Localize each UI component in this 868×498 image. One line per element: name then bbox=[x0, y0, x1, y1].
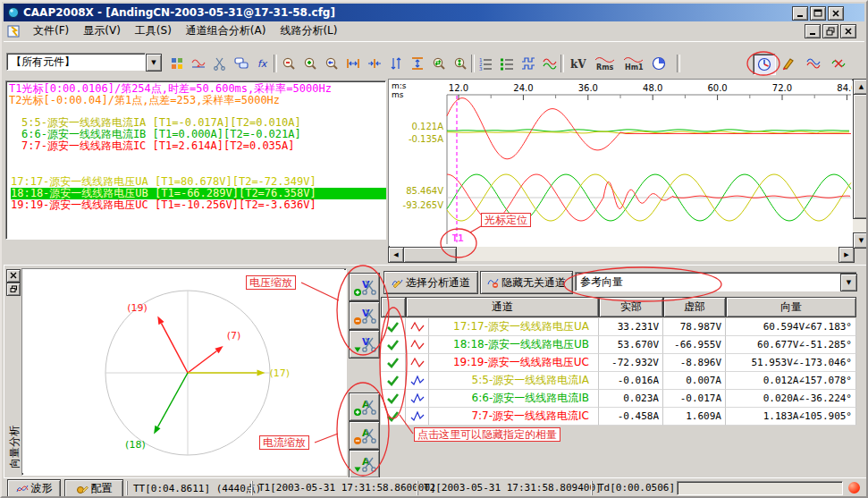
table-header-3[interactable]: 虚部 bbox=[663, 297, 726, 317]
menu-channel-analysis[interactable]: 通道组合分析(A) bbox=[180, 21, 273, 40]
harmonic-icon[interactable]: Hm1 bbox=[620, 54, 647, 73]
v-scroll-thumb[interactable] bbox=[853, 94, 868, 219]
voltage-zoom-in-button[interactable]: V bbox=[349, 273, 380, 301]
v-arrange-icon[interactable] bbox=[408, 54, 427, 73]
status-progress-panel bbox=[677, 481, 843, 495]
select-analysis-channels-button[interactable]: 选择分析通道 bbox=[383, 271, 478, 294]
table-imag-value: 0.007A bbox=[663, 372, 726, 390]
table-channel-name[interactable]: 17:17-源安一线线路电压UA bbox=[429, 318, 599, 336]
channel-visible-check-icon[interactable] bbox=[381, 354, 406, 372]
tab-config[interactable]: 配置 bbox=[64, 479, 123, 498]
maximize-button[interactable] bbox=[810, 6, 826, 21]
table-header-0[interactable] bbox=[381, 297, 406, 317]
h-expand-icon[interactable] bbox=[343, 54, 363, 73]
zoom-all-icon[interactable] bbox=[451, 54, 470, 73]
table-header-4[interactable]: 向量 bbox=[726, 297, 856, 317]
table-real-value: -72.932V bbox=[599, 354, 663, 372]
close-button[interactable] bbox=[828, 6, 844, 21]
component-view-icon[interactable] bbox=[167, 54, 187, 73]
pie-clock-icon[interactable] bbox=[649, 54, 669, 73]
table-real-value: -0.458A bbox=[599, 408, 663, 426]
table-real-value: 53.670V bbox=[599, 336, 663, 354]
zoom-out-icon[interactable] bbox=[279, 54, 299, 73]
channel-visible-check-icon[interactable] bbox=[381, 390, 406, 408]
waveform-panel[interactable]: 12.024.036.048.060.072.084.0m:sms0.121A-… bbox=[388, 79, 855, 249]
phasor-pen-icon[interactable] bbox=[778, 54, 799, 73]
kv-unit-icon[interactable]: kV bbox=[567, 54, 590, 73]
channel-visible-check-icon[interactable] bbox=[381, 408, 406, 426]
app-window: { "window": { "title": "CAAP2008X - [And… bbox=[0, 0, 868, 498]
dock-tab-vector-analysis[interactable]: 向量分析 bbox=[4, 368, 21, 471]
channel-info-panel[interactable]: T1光标[0:00.0106]/第254点,时差=50.600ms,采样率=50… bbox=[5, 80, 386, 240]
current-zoom-out-button[interactable]: A bbox=[349, 421, 380, 450]
channel-visible-check-icon[interactable] bbox=[381, 372, 406, 390]
phasor-clock-icon[interactable] bbox=[753, 54, 776, 75]
reference-vector-combobox[interactable]: 参考向量 bbox=[575, 272, 857, 291]
waveform-v-scrollbar[interactable]: ▲ ▼ bbox=[853, 79, 868, 247]
voltage-zoom-reset-button[interactable]: V bbox=[349, 330, 380, 359]
current-zoom-in-button[interactable]: A bbox=[349, 392, 380, 421]
hide-unrelated-channels-button[interactable]: 隐藏无关通道 bbox=[480, 271, 573, 294]
comments-icon[interactable] bbox=[232, 54, 251, 73]
chart-minus-icon bbox=[487, 277, 499, 288]
wave-flag-icon[interactable] bbox=[828, 54, 849, 73]
channel-line[interactable]: 7:7-源安一线线路电流IC [T1=2.614A][T2=0.035A] bbox=[21, 140, 295, 152]
dock-float-icon[interactable] bbox=[6, 283, 21, 296]
channel-line[interactable]: 19:19-源安一线线路电压UC [T1=-10.256V][T2=-3.636… bbox=[11, 199, 316, 211]
cursor-t1-label[interactable]: T1 bbox=[446, 232, 469, 244]
table-header-1[interactable]: 通道 bbox=[406, 297, 599, 317]
reference-vector-dropdown-icon[interactable]: ▼ bbox=[840, 274, 857, 291]
rms-value-icon[interactable]: Rms bbox=[592, 54, 619, 73]
table-header-2[interactable]: 实部 bbox=[599, 297, 663, 317]
tab-waveform[interactable]: 波形 bbox=[7, 479, 61, 498]
app-icon bbox=[7, 6, 20, 19]
zoom-in-icon[interactable] bbox=[300, 54, 320, 73]
svg-text:-0.135A: -0.135A bbox=[409, 134, 443, 144]
wave-ruler-icon[interactable] bbox=[189, 54, 208, 73]
table-channel-name[interactable]: 7:7-源安一线线路电流IC bbox=[429, 408, 599, 426]
double-wave-icon[interactable] bbox=[803, 54, 824, 73]
minimize-button[interactable] bbox=[792, 6, 808, 21]
wave-stack-icon[interactable] bbox=[518, 54, 538, 73]
cut-wave-icon[interactable] bbox=[210, 54, 230, 73]
mdi-restore-button[interactable] bbox=[822, 24, 839, 38]
menu-line-analysis[interactable]: 线路分析(L) bbox=[274, 21, 343, 40]
scroll-up-icon[interactable]: ▲ bbox=[853, 79, 868, 95]
h-scroll-thumb[interactable] bbox=[403, 247, 457, 263]
element-filter-combobox[interactable]: 【所有元件】 bbox=[6, 53, 146, 71]
chart-pencil-icon bbox=[392, 277, 403, 288]
scroll-down-icon[interactable]: ▼ bbox=[853, 232, 868, 249]
mdi-minimize-button[interactable] bbox=[805, 24, 821, 38]
toolbar-separator bbox=[560, 55, 564, 72]
channel-line[interactable]: T2光标[-0:00.04]/第1点,点差=253,采样率=5000Hz bbox=[9, 95, 280, 106]
scroll-right-icon[interactable]: ▶ bbox=[839, 247, 855, 263]
channel-visible-check-icon[interactable] bbox=[381, 336, 406, 354]
scroll-left-icon[interactable]: ◀ bbox=[388, 247, 404, 263]
dock-close-icon[interactable] bbox=[6, 269, 21, 283]
menu-file[interactable]: 文件(F) bbox=[27, 21, 75, 40]
voltage-wave-icon bbox=[406, 318, 429, 336]
v-cycle-icon[interactable] bbox=[386, 54, 406, 73]
channel-visible-check-icon[interactable] bbox=[381, 318, 406, 336]
h-compress-icon[interactable] bbox=[365, 54, 384, 73]
menu-view[interactable]: 显示(V) bbox=[77, 21, 127, 40]
list-marked-icon[interactable] bbox=[497, 54, 517, 73]
menu-tools[interactable]: 工具(S) bbox=[129, 21, 178, 40]
table-real-value: 33.231V bbox=[599, 318, 663, 336]
mdi-close-button[interactable] bbox=[840, 24, 856, 38]
table-real-value: 0.023A bbox=[599, 390, 663, 408]
table-channel-name[interactable]: 18:18-源安一线线路电压UB bbox=[429, 336, 599, 354]
waveform-h-scrollbar[interactable]: ◀ ▶ bbox=[388, 247, 853, 261]
formula-icon[interactable]: fx bbox=[253, 54, 273, 73]
current-zoom-reset-button[interactable]: A bbox=[349, 450, 380, 478]
table-channel-name[interactable]: 6:6-源安一线线路电流IB bbox=[429, 390, 599, 408]
table-channel-name[interactable]: 19:19-源安一线线路电压UC bbox=[429, 354, 599, 372]
zoom-sync-icon[interactable] bbox=[429, 54, 449, 73]
zoom-back-icon[interactable] bbox=[322, 54, 341, 73]
element-filter-dropdown-icon[interactable]: ▼ bbox=[146, 54, 162, 72]
wave-mark-icon[interactable] bbox=[540, 54, 560, 73]
voltage-zoom-out-button[interactable]: V bbox=[349, 301, 380, 330]
list-numbered-icon[interactable]: 123 bbox=[476, 54, 495, 73]
svg-text:60.0: 60.0 bbox=[707, 83, 727, 93]
table-channel-name[interactable]: 5:5-源安一线线路电流IA bbox=[429, 372, 599, 390]
